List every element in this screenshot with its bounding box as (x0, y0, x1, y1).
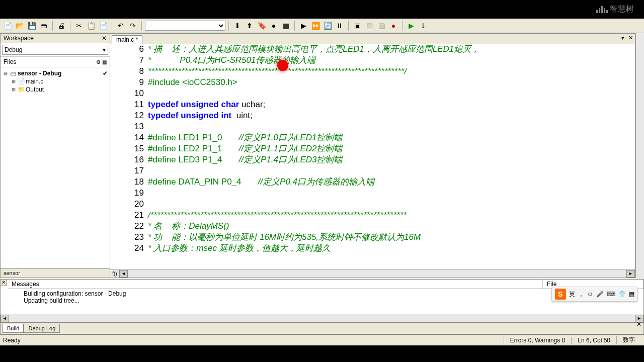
tab-close-button[interactable]: ✕ (628, 35, 633, 41)
print-button[interactable]: 🖨 (56, 20, 67, 31)
build-tab[interactable]: Build (3, 324, 24, 333)
workspace-tab[interactable]: sensor (1, 268, 110, 278)
status-position: Ln 6, Col 50 (571, 337, 616, 344)
redo-button[interactable]: ↷ (127, 20, 138, 31)
bookmark-button[interactable]: 🔖 (256, 20, 267, 31)
logo: 智慧树 (596, 4, 634, 15)
search-combo[interactable] (145, 21, 225, 31)
copy-button[interactable]: 📋 (86, 20, 97, 31)
save-button[interactable]: 💾 (26, 20, 37, 31)
editor-panel: main.c * ▾✕ 6* 描 述：人进入其感应范围模块输出高电平，点亮LED… (110, 33, 635, 278)
stop-build-button[interactable]: ⏸ (334, 20, 345, 31)
ime-emoji-icon[interactable]: ☺ (587, 291, 593, 298)
make-button[interactable]: ⏩ (310, 20, 321, 31)
toolbar: 📄 📂 💾 🗃 🖨 ✂ 📋 📄 ↶ ↷ ⬇ ⬆ 🔖 ● ▦ ▶ ⏩ 🔄 ⏸ ▣ … (0, 19, 644, 33)
debug-btn3[interactable]: ▥ (376, 20, 387, 31)
debug-log-tab[interactable]: Debug Log (24, 324, 60, 333)
debug-btn2[interactable]: ▤ (364, 20, 375, 31)
workspace-close-button[interactable]: ✕ (102, 35, 107, 42)
tab-dropdown-icon[interactable]: ▾ (621, 35, 624, 41)
video-topbar: 智慧树 (0, 0, 644, 19)
undo-button[interactable]: ↶ (115, 20, 126, 31)
build-messages[interactable]: Building configuration: sensor - Debug U… (1, 289, 643, 314)
ime-keyboard-icon[interactable]: ⌨ (607, 291, 615, 298)
open-button[interactable]: 📂 (14, 20, 25, 31)
ime-tools-icon[interactable]: ▦ (629, 291, 634, 298)
tree-item-output[interactable]: ⊞📁Output (3, 85, 108, 94)
messages-column: Messages (8, 280, 543, 289)
ime-voice-icon[interactable]: 🎤 (596, 291, 604, 298)
status-bar: Ready Errors 0, Warnings 0 Ln 6, Col 50 … (0, 334, 644, 345)
toggle-bp-button[interactable]: ● (268, 20, 279, 31)
ime-lang[interactable]: 英 (569, 290, 575, 299)
compile-button[interactable]: ▶ (298, 20, 309, 31)
find-next-button[interactable]: ⬇ (232, 20, 243, 31)
new-file-button[interactable]: 📄 (2, 20, 13, 31)
tree-item-main[interactable]: ⊞📄main.c (3, 77, 108, 85)
build-line: Updating build tree... (24, 297, 620, 304)
ime-skin-icon[interactable]: 👕 (618, 291, 626, 298)
build-close-button[interactable]: ✕ (0, 279, 7, 286)
save-all-button[interactable]: 🗃 (38, 20, 49, 31)
ime-punct-icon[interactable]: ， (578, 290, 584, 299)
rebuild-button[interactable]: 🔄 (322, 20, 333, 31)
status-mode: 数字 (616, 336, 641, 344)
code-editor[interactable]: 6* 描 述：人进入其感应范围模块输出高电平，点亮LED1，人离开感应范围LED… (110, 44, 635, 269)
status-errors: Errors 0, Warnings 0 (504, 337, 572, 344)
download-button[interactable]: ▶ (406, 20, 417, 31)
ime-toolbar[interactable]: S 英 ， ☺ 🎤 ⌨ 👕 ▦ (551, 287, 638, 302)
file-tree[interactable]: ⊟🗃sensor - Debug✔ ⊞📄main.c ⊞📁Output (1, 67, 110, 268)
editor-h-scrollbar[interactable]: f() ◄► (110, 269, 635, 278)
debug-btn1[interactable]: ▣ (352, 20, 363, 31)
config-combo[interactable]: Debug▾ (2, 45, 108, 55)
workspace-panel: Workspace✕ Debug▾ Files ⚙ ▦ ⊟🗃sensor - D… (0, 33, 110, 278)
files-header: Files (4, 58, 16, 65)
cursor-highlight-icon (277, 60, 288, 71)
editor-tab[interactable]: main.c * (112, 35, 142, 44)
build-line: Building configuration: sensor - Debug (24, 290, 620, 297)
editor-v-scrollbar[interactable] (635, 33, 644, 278)
ide-window: 📄 📂 💾 🗃 🖨 ✂ 📋 📄 ↶ ↷ ⬇ ⬆ 🔖 ● ▦ ▶ ⏩ 🔄 ⏸ ▣ … (0, 19, 644, 345)
debug-download-button[interactable]: ⤓ (418, 20, 429, 31)
build-panel-close-icon[interactable]: ✕ (636, 321, 641, 328)
files-config-icons[interactable]: ⚙ ▦ (96, 59, 107, 65)
find-prev-button[interactable]: ⬆ (244, 20, 255, 31)
paste-button[interactable]: 📄 (98, 20, 109, 31)
tree-root[interactable]: ⊟🗃sensor - Debug✔ (3, 69, 108, 77)
status-ready: Ready (3, 337, 504, 344)
logo-text: 智慧树 (610, 4, 634, 15)
build-panel: ✕ Messages File Building configuration: … (0, 279, 644, 334)
build-h-scrollbar[interactable]: ◄► (1, 314, 643, 322)
breakpoint-button[interactable]: ● (388, 20, 399, 31)
video-bottombar (0, 345, 644, 362)
cut-button[interactable]: ✂ (73, 20, 85, 31)
goto-button[interactable]: ▦ (280, 20, 291, 31)
sogou-icon[interactable]: S (555, 289, 566, 300)
workspace-title: Workspace (4, 35, 34, 42)
